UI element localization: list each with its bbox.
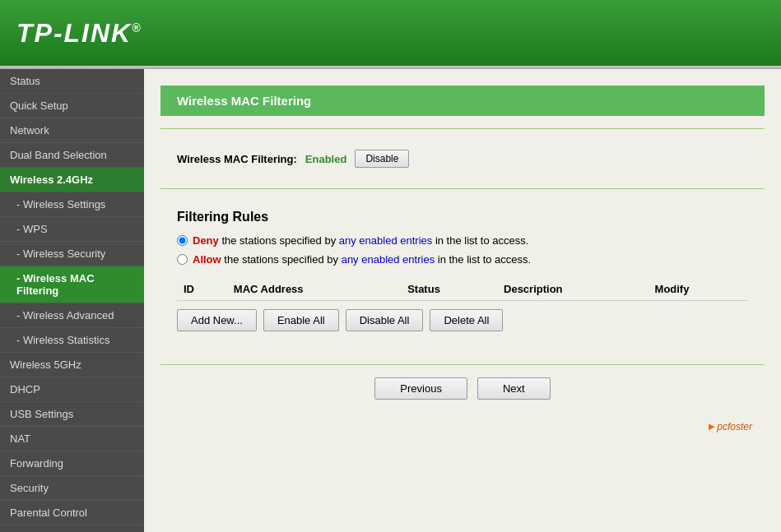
allow-text: Allow xyxy=(193,253,221,266)
sidebar-item-wireless-security[interactable]: - Wireless Security xyxy=(0,242,144,266)
sidebar-item-forwarding[interactable]: Forwarding xyxy=(0,451,144,476)
footer-area: ►pcfoster xyxy=(160,412,765,437)
deny-suffix: in the list to access. xyxy=(432,234,528,247)
sidebar-item-security[interactable]: Security xyxy=(0,476,144,501)
deny-text: Deny xyxy=(193,234,219,247)
mac-table-header: ID MAC Address Status Description Modify xyxy=(177,278,748,301)
previous-button[interactable]: Previous xyxy=(374,377,467,400)
deny-middle-text: the stations specified by xyxy=(219,234,339,247)
action-buttons: Add New... Enable All Disable All Delete… xyxy=(177,309,748,340)
sidebar-item-wireless-5ghz[interactable]: Wireless 5GHz xyxy=(0,353,144,377)
main-layout: StatusQuick SetupNetworkDual Band Select… xyxy=(0,69,781,532)
disable-all-button[interactable]: Disable All xyxy=(346,309,424,331)
deny-radio[interactable] xyxy=(177,235,188,246)
enable-all-button[interactable]: Enable All xyxy=(263,309,339,331)
content-inner: Wireless MAC Filtering: Enabled Disable … xyxy=(144,128,781,453)
allow-middle-text: the stations specified by xyxy=(221,253,342,266)
add-new-button[interactable]: Add New... xyxy=(177,309,257,331)
mac-filtering-label: Wireless MAC Filtering: xyxy=(177,153,297,165)
sidebar-item-access-control[interactable]: Access Control xyxy=(0,525,144,532)
divider-mid xyxy=(160,188,765,189)
sidebar-item-nat[interactable]: NAT xyxy=(0,427,144,451)
col-id: ID xyxy=(177,278,227,301)
logo: TP-LINK® xyxy=(16,18,142,49)
sidebar-item-parental-control[interactable]: Parental Control xyxy=(0,501,144,525)
allow-radio-label: Allow the stations specified by any enab… xyxy=(193,253,531,266)
col-description: Description xyxy=(497,278,649,301)
mac-filtering-status-text: Enabled xyxy=(305,153,347,165)
watermark-text: pcfoster xyxy=(717,421,752,433)
sidebar-item-status[interactable]: Status xyxy=(0,69,144,94)
col-modify: Modify xyxy=(649,278,748,301)
sidebar-item-dual-band-selection[interactable]: Dual Band Selection xyxy=(0,143,144,168)
sidebar-item-wireless-advanced[interactable]: - Wireless Advanced xyxy=(0,303,144,328)
page-title-bar: Wireless MAC Filtering xyxy=(160,86,765,116)
page-title: Wireless MAC Filtering xyxy=(177,94,311,108)
delete-all-button[interactable]: Delete All xyxy=(430,309,503,331)
watermark: ►pcfoster xyxy=(706,420,752,433)
filtering-rules-title: Filtering Rules xyxy=(177,210,748,224)
divider-top xyxy=(160,128,765,129)
mac-filtering-status-row: Wireless MAC Filtering: Enabled Disable xyxy=(160,141,765,176)
disable-button[interactable]: Disable xyxy=(355,150,409,168)
sidebar-item-usb-settings[interactable]: USB Settings xyxy=(0,402,144,427)
sidebar-item-network[interactable]: Network xyxy=(0,118,144,143)
sidebar-item-wireless-statistics[interactable]: - Wireless Statistics xyxy=(0,328,144,353)
allow-any-text: any enabled entries xyxy=(342,253,435,266)
deny-any-text: any enabled entries xyxy=(339,234,432,247)
sidebar-item-quick-setup[interactable]: Quick Setup xyxy=(0,94,144,118)
logo-text: TP-LINK xyxy=(16,18,132,48)
sidebar-item-wps[interactable]: - WPS xyxy=(0,217,144,242)
sidebar: StatusQuick SetupNetworkDual Band Select… xyxy=(0,69,144,532)
nav-buttons: Previous Next xyxy=(160,364,765,412)
mac-table: ID MAC Address Status Description Modify xyxy=(177,278,748,301)
deny-radio-label: Deny the stations specified by any enabl… xyxy=(193,234,528,247)
sidebar-item-wireless-settings[interactable]: - Wireless Settings xyxy=(0,192,144,217)
col-mac: MAC Address xyxy=(227,278,401,301)
filtering-rules-section: Filtering Rules Deny the stations specif… xyxy=(160,201,765,356)
next-button[interactable]: Next xyxy=(477,377,551,400)
col-status: Status xyxy=(401,278,497,301)
allow-suffix: in the list to access. xyxy=(435,253,531,266)
sidebar-item-dhcp[interactable]: DHCP xyxy=(0,377,144,402)
allow-radio-row: Allow the stations specified by any enab… xyxy=(177,253,748,266)
sidebar-item-wireless-mac-filtering[interactable]: - Wireless MAC Filtering xyxy=(0,266,144,303)
content-area: Wireless MAC Filtering Wireless MAC Filt… xyxy=(144,69,781,532)
header: TP-LINK® xyxy=(0,0,781,66)
deny-radio-row: Deny the stations specified by any enabl… xyxy=(177,234,748,247)
sidebar-item-wireless-24ghz[interactable]: Wireless 2.4GHz xyxy=(0,168,144,192)
allow-radio[interactable] xyxy=(177,254,188,265)
